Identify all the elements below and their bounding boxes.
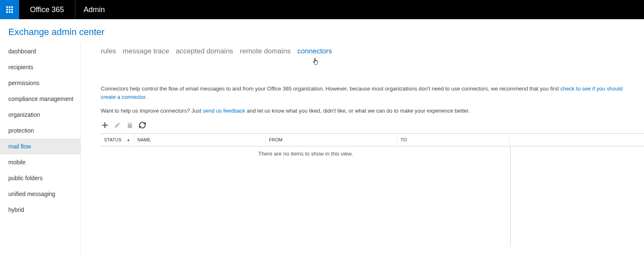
tab-connectors[interactable]: connectors xyxy=(297,47,332,55)
trash-icon xyxy=(127,122,133,128)
connectors-table: STATUS ▲ NAME FROM TO There are no items… xyxy=(101,133,644,246)
tab-remote-domains[interactable]: remote domains xyxy=(240,47,291,55)
tab-message-trace[interactable]: message trace xyxy=(123,47,169,55)
refresh-icon xyxy=(139,122,146,128)
sidebar-item-hybrid[interactable]: hybrid xyxy=(0,202,80,218)
sidebar-item-dashboard[interactable]: dashboard xyxy=(0,43,80,59)
column-name[interactable]: NAME xyxy=(134,134,266,146)
sidebar-item-mobile[interactable]: mobile xyxy=(0,154,80,170)
edit-button[interactable] xyxy=(113,121,122,129)
column-to[interactable]: TO xyxy=(397,134,510,146)
table-header: STATUS ▲ NAME FROM TO xyxy=(101,134,644,146)
column-spacer xyxy=(510,134,644,146)
refresh-button[interactable] xyxy=(138,121,147,129)
sidebar-item-unified-messaging[interactable]: unified messaging xyxy=(0,186,80,202)
info-paragraph-2: Want to help us improve connectors? Just… xyxy=(101,107,632,115)
sidebar-item-public-folders[interactable]: public folders xyxy=(0,170,80,186)
info-text-1a: Connectors help control the flow of emai… xyxy=(101,86,560,92)
tab-accepted-domains[interactable]: accepted domains xyxy=(176,47,233,55)
table-body: There are no items to show in this view. xyxy=(101,146,644,246)
tab-rules[interactable]: rules xyxy=(101,47,116,55)
toolbar xyxy=(101,121,644,129)
send-feedback-link[interactable]: send us feedback xyxy=(203,108,245,114)
waffle-icon xyxy=(6,6,13,13)
info-text-2a: Want to help us improve connectors? Just xyxy=(101,108,203,114)
column-status[interactable]: STATUS ▲ xyxy=(101,134,134,146)
sidebar: dashboard recipients permissions complia… xyxy=(0,43,81,254)
plus-icon xyxy=(102,122,108,128)
sidebar-item-permissions[interactable]: permissions xyxy=(0,75,80,91)
info-text-1b: . xyxy=(145,94,147,100)
section-name[interactable]: Admin xyxy=(75,5,113,14)
page-title: Exchange admin center xyxy=(0,19,644,43)
sidebar-item-mail-flow[interactable]: mail flow xyxy=(0,138,80,154)
sidebar-item-protection[interactable]: protection xyxy=(0,123,80,138)
column-to-label: TO xyxy=(400,137,407,142)
app-launcher-button[interactable] xyxy=(0,0,19,19)
info-paragraph-1: Connectors help control the flow of emai… xyxy=(101,85,632,101)
column-status-label: STATUS xyxy=(104,137,122,142)
column-from[interactable]: FROM xyxy=(266,134,397,146)
sort-ascending-icon: ▲ xyxy=(127,138,130,142)
delete-button[interactable] xyxy=(126,121,134,129)
add-button[interactable] xyxy=(101,121,109,129)
details-pane xyxy=(510,146,644,246)
empty-message: There are no items to show in this view. xyxy=(101,146,510,246)
tabs: rules message trace accepted domains rem… xyxy=(101,43,644,55)
info-text-2b: and let us know what you liked, didn't l… xyxy=(245,108,470,114)
sidebar-item-compliance[interactable]: compliance management xyxy=(0,91,80,107)
main-layout: dashboard recipients permissions complia… xyxy=(0,43,644,254)
sidebar-item-recipients[interactable]: recipients xyxy=(0,59,80,75)
main-content: rules message trace accepted domains rem… xyxy=(81,43,644,254)
info-text: Connectors help control the flow of emai… xyxy=(101,85,644,115)
column-from-label: FROM xyxy=(269,137,282,142)
pencil-icon xyxy=(114,122,121,128)
sidebar-item-organization[interactable]: organization xyxy=(0,107,80,123)
product-name[interactable]: Office 365 xyxy=(19,0,75,19)
column-name-label: NAME xyxy=(137,137,151,142)
top-bar: Office 365 Admin xyxy=(0,0,644,19)
